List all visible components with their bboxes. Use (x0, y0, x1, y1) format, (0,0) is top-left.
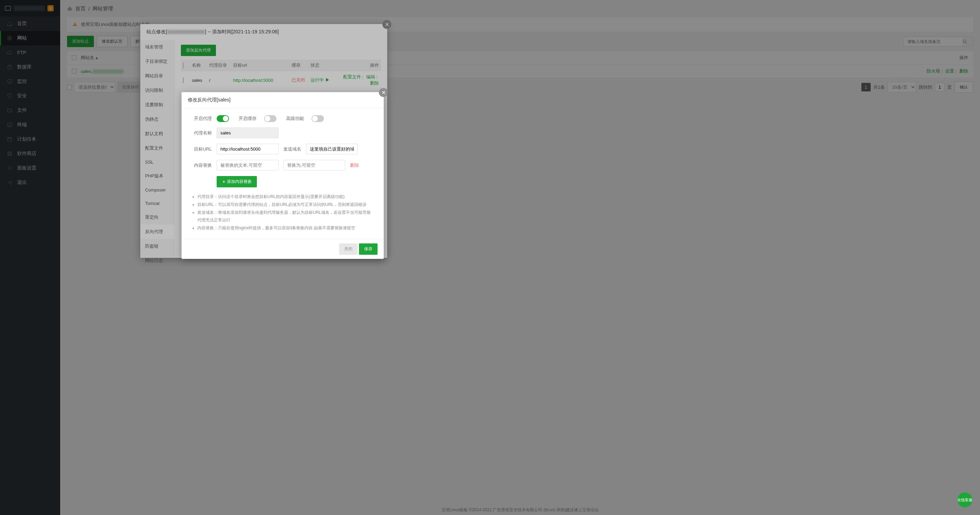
modal2-title: 修改反向代理[sales] (181, 92, 384, 96)
close-icon[interactable]: ✕ (379, 88, 388, 96)
edit-proxy-modal: ✕ 修改反向代理[sales] 开启代理 开启缓存 高级功能 代理名称 目标UR… (181, 92, 384, 96)
modal-overlay-2[interactable] (0, 0, 980, 96)
